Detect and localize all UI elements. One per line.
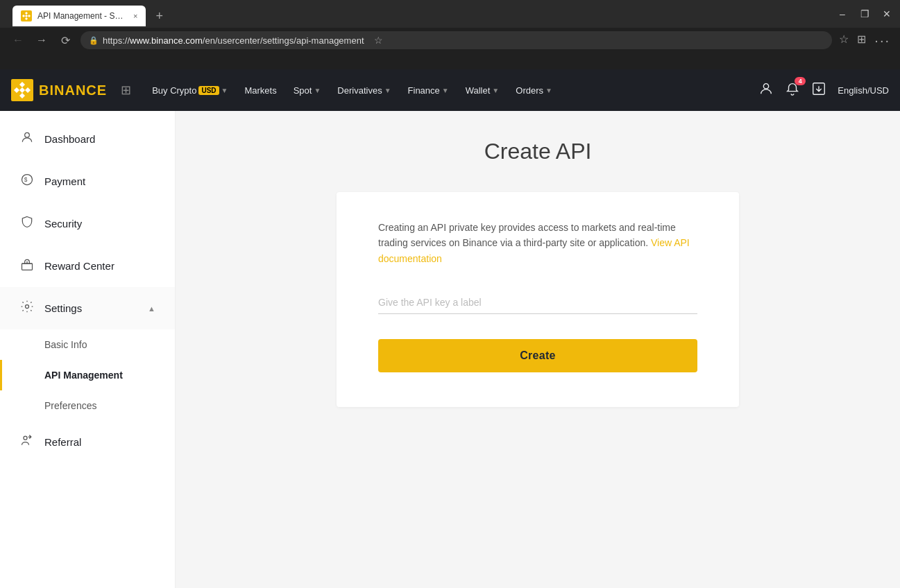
settings-arrow-icon: ▲ (148, 304, 155, 313)
nav-orders-label: Orders (516, 85, 543, 96)
svg-point-14 (25, 132, 30, 137)
new-tab-button[interactable]: + (150, 6, 169, 26)
derivatives-chevron-icon: ▼ (384, 87, 391, 94)
url-text: https://www.binance.com/en/usercenter/se… (103, 35, 364, 46)
lock-icon: 🔒 (89, 36, 99, 45)
minimize-button[interactable]: – (836, 8, 849, 19)
api-description: Creating an API private key provides acc… (378, 220, 697, 266)
grid-menu-icon[interactable]: ⊞ (121, 83, 131, 98)
reward-icon (19, 257, 35, 275)
referral-icon (19, 433, 35, 451)
sidebar-dashboard-label: Dashboard (44, 133, 95, 145)
nav-spot-label: Spot (294, 85, 312, 96)
nav-items: Buy Crypto USD ▼ Markets Spot ▼ Derivati… (145, 69, 745, 111)
forward-button[interactable]: → (33, 34, 50, 46)
nav-derivatives-label: Derivatives (337, 85, 382, 96)
nav-orders[interactable]: Orders ▼ (509, 69, 559, 111)
sidebar-security-label: Security (44, 218, 82, 230)
binance-logo[interactable]: BINANCE (11, 79, 107, 101)
tab-close-button[interactable]: × (133, 12, 137, 20)
svg-rect-17 (22, 263, 33, 270)
nav-derivatives[interactable]: Derivatives ▼ (330, 69, 398, 111)
tab-bar: API Management - Settings - Bin × + (7, 1, 831, 26)
spot-chevron-icon: ▼ (314, 87, 321, 94)
nav-markets[interactable]: Markets (237, 69, 283, 111)
window-controls: – ❐ ✕ (836, 8, 893, 19)
sidebar-item-security[interactable]: Security (0, 202, 175, 245)
url-protocol: https:// (103, 35, 130, 46)
notification-badge: 4 (795, 77, 806, 85)
nav-finance[interactable]: Finance ▼ (401, 69, 456, 111)
orders-chevron-icon: ▼ (545, 87, 552, 94)
nav-usd-badge: USD (198, 86, 219, 95)
refresh-button[interactable]: ⟳ (57, 34, 74, 47)
download-icon[interactable] (811, 81, 826, 100)
buy-crypto-chevron-icon: ▼ (221, 87, 228, 94)
sidebar-item-dashboard[interactable]: Dashboard (0, 118, 175, 160)
sidebar-sub-basic-info[interactable]: Basic Info (0, 329, 175, 360)
binance-logo-icon (11, 79, 33, 101)
back-button[interactable]: ← (10, 34, 26, 46)
nav-wallet-label: Wallet (466, 85, 491, 96)
svg-point-12 (764, 83, 769, 88)
browser-chrome: API Management - Settings - Bin × + – ❐ … (0, 0, 900, 69)
payment-icon: $ (19, 173, 35, 190)
sidebar: Dashboard $ Payment Security (0, 111, 176, 588)
wallet-chevron-icon: ▼ (492, 87, 499, 94)
sidebar-item-reward[interactable]: Reward Center (0, 245, 175, 287)
title-bar: API Management - Settings - Bin × + – ❐ … (0, 0, 900, 28)
address-bar: ← → ⟳ 🔒 https://www.binance.com/en/userc… (0, 28, 900, 53)
page-title: Create API (484, 139, 592, 164)
maximize-button[interactable]: ❐ (858, 8, 871, 19)
sidebar-referral-label: Referral (44, 436, 81, 448)
settings-menu-icon[interactable]: ··· (874, 33, 890, 49)
collections-icon[interactable]: ☆ (839, 33, 849, 49)
sidebar-payment-label: Payment (44, 175, 85, 187)
api-description-text: Creating an API private key provides acc… (378, 222, 676, 248)
profile-icon[interactable] (758, 81, 774, 100)
binance-navbar: BINANCE ⊞ Buy Crypto USD ▼ Markets Spot … (0, 69, 900, 111)
settings-icon (19, 300, 35, 317)
main-layout: Dashboard $ Payment Security (0, 111, 900, 588)
close-button[interactable]: ✕ (881, 8, 893, 19)
sidebar-reward-label: Reward Center (44, 260, 114, 272)
tab-favicon (21, 10, 32, 21)
nav-spot[interactable]: Spot ▼ (287, 69, 328, 111)
sidebar-sub-preferences[interactable]: Preferences (0, 390, 175, 421)
browser-actions: ☆ ⊞ ··· (839, 33, 890, 49)
url-path: /en/usercenter/settings/api-management (203, 35, 364, 46)
sidebar-item-payment[interactable]: $ Payment (0, 160, 175, 202)
tab-label: API Management - Settings - Bin (37, 11, 128, 21)
nav-wallet[interactable]: Wallet ▼ (459, 69, 507, 111)
extensions-icon[interactable]: ⊞ (857, 33, 866, 49)
sidebar-settings-label: Settings (44, 302, 82, 314)
nav-markets-label: Markets (244, 85, 276, 96)
nav-buy-crypto[interactable]: Buy Crypto USD ▼ (145, 69, 235, 111)
sidebar-sub-api-management[interactable]: API Management (0, 360, 175, 390)
finance-chevron-icon: ▼ (442, 87, 449, 94)
svg-point-19 (24, 436, 27, 440)
create-button[interactable]: Create (378, 339, 697, 372)
api-card: Creating an API private key provides acc… (337, 192, 739, 407)
svg-point-18 (26, 305, 29, 309)
nav-buy-crypto-label: Buy Crypto (152, 85, 196, 96)
binance-logo-text: BINANCE (39, 83, 107, 98)
bookmark-star-icon[interactable]: ☆ (374, 35, 383, 46)
active-tab[interactable]: API Management - Settings - Bin × (12, 6, 146, 26)
sidebar-item-referral[interactable]: Referral (0, 421, 175, 463)
sidebar-item-settings[interactable]: Settings ▲ (0, 287, 175, 329)
api-label-input[interactable] (378, 291, 697, 314)
security-icon (19, 215, 35, 232)
dashboard-icon (19, 130, 35, 148)
nav-finance-label: Finance (408, 85, 440, 96)
main-content: Create API Creating an API private key p… (176, 111, 900, 588)
nav-right-actions: 4 English/USD (758, 81, 889, 100)
url-bar[interactable]: 🔒 https://www.binance.com/en/usercenter/… (80, 31, 832, 49)
url-domain: www.binance.com (130, 35, 203, 46)
svg-text:$: $ (24, 176, 28, 183)
sidebar-sub-settings: Basic Info API Management Preferences (0, 329, 175, 421)
notification-icon[interactable]: 4 (785, 81, 800, 100)
language-selector[interactable]: English/USD (838, 85, 889, 96)
